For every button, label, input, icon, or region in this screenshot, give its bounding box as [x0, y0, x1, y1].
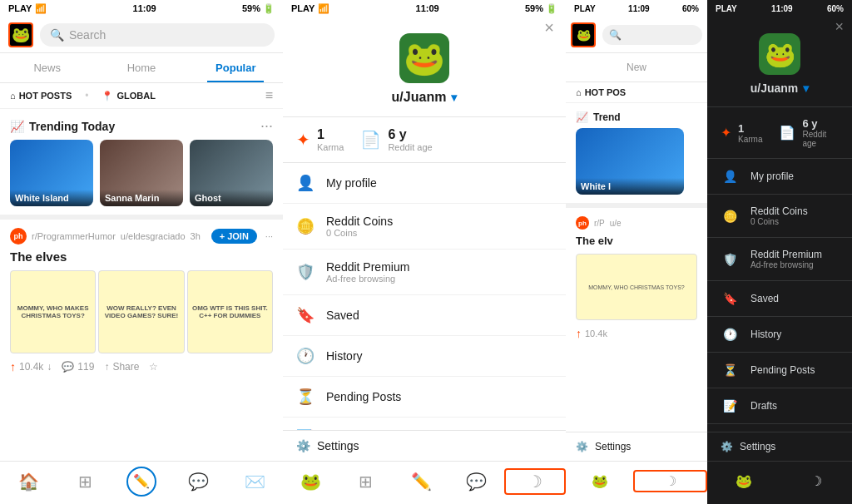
trend-card-ghost[interactable]: Ghost: [190, 140, 273, 206]
panel-light-partial: PLAY 11:09 60% 🐸 🔍 New ⌂ HOT POS 📈 Trend…: [566, 0, 707, 504]
post-title-3: The elv: [576, 235, 697, 247]
join-button-1[interactable]: + JOIN: [211, 229, 257, 244]
bottom-nav-frog-2[interactable]: 🐸: [283, 472, 338, 492]
menu-item-saved-2[interactable]: 🔖 Saved: [283, 295, 566, 336]
save-icon-1[interactable]: ☆: [149, 361, 158, 373]
status-left-2: PLAY 📶: [291, 3, 329, 14]
settings-icon-3: ⚙️: [576, 441, 588, 452]
premium-sub-2: Ad-free browsing: [326, 274, 409, 284]
wifi-icon-1: 📶: [35, 3, 47, 14]
vote-section-1: ↑ 10.4k ↓: [10, 360, 52, 373]
bottom-nav-4: 🐸 ☽: [707, 461, 852, 504]
bottom-nav-chat-2[interactable]: 💬: [448, 472, 503, 492]
bottom-nav-frog-4[interactable]: 🐸: [707, 473, 780, 489]
trending-cards-1: White Island Sanna Marin Ghost: [0, 140, 283, 215]
battery-text-1: 59%: [242, 3, 260, 13]
close-button-4[interactable]: ×: [835, 18, 844, 36]
menu-item-pending-4[interactable]: ⏳ Pending Posts: [707, 353, 852, 388]
age-icon-4: 📄: [779, 125, 795, 141]
saved-icon-4: 🔖: [721, 292, 739, 305]
menu-item-premium-4[interactable]: 🛡️ Reddit Premium Ad-free browsing: [707, 238, 852, 281]
tabs-1: News Home Popular: [0, 53, 283, 83]
trend-card-sanna-marin[interactable]: Sanna Marin: [100, 140, 183, 206]
bottom-nav-grid-2[interactable]: ⊞: [338, 472, 393, 492]
downvote-icon-1[interactable]: ↓: [47, 361, 52, 373]
hamburger-icon-1[interactable]: ≡: [265, 88, 273, 103]
pending-icon-2: ⏳: [296, 388, 315, 406]
trending-title-3: 📈 Trend: [576, 111, 621, 123]
comment-btn-1[interactable]: 💬 119: [62, 361, 94, 373]
post-more-icon-1[interactable]: ···: [265, 231, 273, 241]
age-icon-2: 📄: [360, 130, 381, 150]
menu-item-coins-4[interactable]: 🪙 Reddit Coins 0 Coins: [707, 195, 852, 238]
bottom-nav-moon-2[interactable]: ☽: [504, 468, 566, 495]
user-avatar-3[interactable]: 🐸: [571, 22, 596, 47]
share-btn-1[interactable]: ↑ Share: [104, 361, 139, 373]
settings-row-3[interactable]: ⚙️ Settings: [566, 432, 707, 461]
settings-icon-2: ⚙️: [296, 439, 310, 452]
saved-label-4: Saved: [750, 293, 779, 304]
menu-item-saved-4[interactable]: 🔖 Saved: [707, 281, 852, 317]
coins-icon-4: 🪙: [721, 210, 739, 223]
karma-value-2: 1: [317, 127, 344, 142]
subreddit-name-1[interactable]: r/ProgrammerHumor: [32, 231, 116, 241]
filter-hot-posts-1[interactable]: ⌂ HOT POSTS: [10, 91, 72, 101]
profile-icon-2: 👤: [296, 174, 315, 192]
settings-row-2[interactable]: ⚙️ Settings: [283, 430, 566, 461]
filter-hot-3[interactable]: ⌂ HOT POS: [576, 87, 626, 97]
bottom-nav-frog-3[interactable]: 🐸: [566, 473, 633, 489]
tab-popular-1[interactable]: Popular: [189, 53, 283, 82]
menu-item-history-2[interactable]: 🕐 History: [283, 336, 566, 377]
filter-global-1[interactable]: 📍 GLOBAL: [102, 91, 155, 101]
battery-4: 60%: [827, 4, 844, 13]
menu-item-premium-2[interactable]: 🛡️ Reddit Premium Ad-free browsing: [283, 250, 566, 295]
trending-title-1: 📈 Trending Today: [10, 120, 115, 133]
close-button-2[interactable]: ×: [544, 18, 554, 37]
saved-icon-2: 🔖: [296, 306, 315, 324]
bottom-nav-compose-1[interactable]: ✏️: [113, 467, 170, 497]
panel-menu-dark: PLAY 11:09 60% × 🐸 u/Juanm ▾ ✦ 1 Karma 📄: [707, 0, 852, 504]
menu-item-pending-2[interactable]: ⏳ Pending Posts: [283, 377, 566, 418]
menu-item-coins-2[interactable]: 🪙 Reddit Coins 0 Coins: [283, 204, 566, 250]
coins-label-2: Reddit Coins: [326, 215, 393, 228]
dropdown-arrow-4[interactable]: ▾: [803, 82, 809, 95]
bottom-nav-home-1[interactable]: 🏠: [0, 472, 57, 492]
trend-card-partial-3[interactable]: White I: [576, 128, 684, 195]
stats-row-4: ✦ 1 Karma 📄 6 y Reddit age: [707, 107, 852, 159]
more-icon-trending-1[interactable]: ···: [260, 117, 273, 135]
bottom-nav-mail-1[interactable]: ✉️: [226, 472, 283, 492]
comic-panel-2: OMG WTF IS THIS SHIT. C++ FOR DUMMIES: [187, 270, 273, 353]
status-bar-3: PLAY 11:09 60%: [566, 0, 707, 17]
tab-new-3[interactable]: New: [566, 53, 707, 82]
menu-item-profile-2[interactable]: 👤 My profile: [283, 163, 566, 204]
menu-item-history-4[interactable]: 🕐 History: [707, 317, 852, 353]
age-value-4: 6 y: [802, 117, 839, 130]
bottom-nav-chat-1[interactable]: 💬: [170, 472, 226, 492]
post-user-1: u/eldesgraciado: [121, 231, 186, 241]
bottom-nav-grid-1[interactable]: ⊞: [57, 472, 113, 492]
filter-bar-3: ⌂ HOT POS: [566, 82, 707, 103]
bottom-nav-compose-2[interactable]: ✏️: [394, 472, 448, 492]
menu-item-drafts-4[interactable]: 📝 Drafts: [707, 388, 852, 424]
username-2: u/Juanm: [392, 90, 447, 105]
settings-row-4[interactable]: ⚙️ Settings: [707, 432, 852, 461]
menu-item-profile-4[interactable]: 👤 My profile: [707, 159, 852, 195]
trend-card-white-island[interactable]: White Island: [10, 140, 93, 206]
signal-text-1: PLAY: [8, 3, 32, 13]
dropdown-arrow-2[interactable]: ▾: [451, 91, 457, 104]
search-bar-1[interactable]: 🔍 Search: [40, 23, 275, 47]
pending-label-2: Pending Posts: [326, 390, 401, 403]
premium-icon-4: 🛡️: [721, 253, 739, 266]
battery-icon-2: 🔋: [546, 3, 557, 14]
tab-news-1[interactable]: News: [0, 53, 94, 82]
upvote-icon-1[interactable]: ↑: [10, 360, 16, 373]
bottom-nav-moon-3[interactable]: ☽: [633, 470, 707, 492]
bottom-nav-moon-4[interactable]: ☽: [780, 473, 852, 489]
search-bar-3[interactable]: 🔍: [602, 25, 702, 45]
subreddit-avatar-1: ph: [10, 228, 27, 245]
tab-home-1[interactable]: Home: [94, 53, 188, 82]
comic-strip-1: MOMMY, WHO MAKES CHRISTMAS TOYS? WOW REA…: [10, 270, 273, 353]
user-avatar-1[interactable]: 🐸: [8, 22, 33, 47]
upvote-3[interactable]: ↑: [576, 327, 582, 340]
post-3: ph r/P u/e The elv MOMMY, WHO CHRISTMAS …: [566, 203, 707, 348]
